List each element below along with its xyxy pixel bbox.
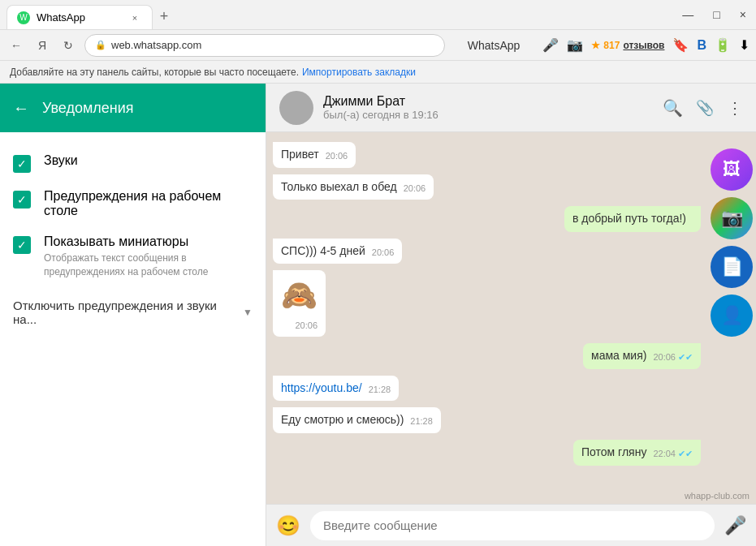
search-chat-button[interactable]: 🔍	[663, 98, 683, 118]
chat-header: Джимми Брат был(-а) сегодня в 19:16 🔍 📎 …	[266, 84, 756, 132]
message-time: 20:06	[295, 320, 318, 332]
message-bubble: СПС))) 4-5 дней 20:06	[273, 239, 402, 264]
emoji-text: 🙈	[281, 275, 318, 316]
thumbnails-checkbox[interactable]: ✓	[13, 236, 31, 254]
mic-button[interactable]: 🎤	[724, 515, 746, 536]
message-text: Потом гляну	[581, 445, 646, 458]
tab-area: W WhatsApp × +	[6, 0, 676, 29]
download-icon[interactable]: ⬇	[739, 37, 750, 53]
messages-area: 🖼 📷 📄 👤 Привет 20:06 Только выехал в обе…	[266, 132, 756, 504]
message-time: 20:06	[372, 247, 395, 259]
page-title: WhatsApp	[468, 39, 521, 52]
message-row: Привет 20:06	[273, 142, 750, 168]
message-time: 21:28	[369, 384, 391, 396]
message-time: 22:04 ✔✔	[653, 448, 693, 460]
sounds-text: Звуки	[44, 153, 78, 168]
message-time: 20:06 ✔✔	[653, 351, 693, 363]
tab-favicon: W	[17, 11, 30, 24]
message-row: https://youtu.be/ 21:28	[273, 376, 750, 402]
message-bubble: 🙈 20:06	[273, 270, 326, 337]
message-link[interactable]: https://youtu.be/	[281, 381, 362, 394]
settings-item-thumbnails: ✓ Показывать миниатюры Отображать текст …	[0, 226, 266, 287]
mute-text: Отключить предупреждения и звуки на...	[13, 299, 236, 326]
message-bubble: в добрый путь тогда!)	[564, 206, 701, 232]
watermark: whapp-club.com	[685, 491, 750, 501]
rating-area[interactable]: ★ 817 отзывов	[591, 40, 664, 51]
maximize-button[interactable]: □	[710, 8, 723, 21]
rating-label: отзывов	[623, 40, 664, 51]
thumbnails-label: Показывать миниатюры Отображать текст со…	[44, 234, 253, 279]
browser-titlebar: W WhatsApp × + — □ ×	[0, 0, 756, 30]
bookmarks-bar: Добавляйте на эту панель сайты, которые …	[0, 61, 756, 84]
message-row: Только выехал в обед 20:06	[273, 174, 750, 200]
chat-name: Джимми Брат	[323, 94, 653, 109]
message-row: 🙈 20:06	[273, 270, 750, 337]
message-bubble: Потом гляну 22:04 ✔✔	[573, 440, 701, 466]
new-tab-button[interactable]: +	[153, 5, 175, 28]
minimize-button[interactable]: —	[679, 8, 697, 21]
message-text: Только выехал в обед	[281, 180, 397, 193]
chat-info: Джимми Брат был(-а) сегодня в 19:16	[323, 94, 653, 121]
desktop-label: Предупреждения на рабочем столе	[44, 189, 253, 218]
message-text: мама мия)	[591, 349, 646, 362]
tick-icon: ✔✔	[678, 352, 693, 362]
yandex-button[interactable]: Я	[32, 36, 52, 55]
attach-button[interactable]: 📎	[696, 99, 714, 117]
messages-content: Привет 20:06 Только выехал в обед 20:06 …	[273, 142, 750, 469]
menu-button[interactable]: ⋮	[727, 98, 743, 118]
back-button[interactable]: ←	[6, 36, 26, 55]
mic-icon[interactable]: 🎤	[542, 37, 559, 53]
message-time: 20:06	[326, 150, 348, 162]
message-input-bar: 😊 🎤	[266, 504, 756, 546]
settings-list: ✓ Звуки ✓ Предупреждения на рабочем стол…	[0, 132, 266, 350]
window-controls: — □ ×	[679, 8, 750, 21]
message-bubble: Еду смотрю и смеюсь)) 21:28	[273, 407, 441, 433]
message-bubble: мама мия) 20:06 ✔✔	[583, 343, 701, 369]
url-text: web.whatsapp.com	[111, 39, 434, 51]
chat-actions: 🔍 📎 ⋮	[663, 98, 743, 118]
sounds-checkbox[interactable]: ✓	[13, 155, 31, 173]
message-bubble: Только выехал в обед 20:06	[273, 174, 434, 200]
emoji-button[interactable]: 😊	[276, 514, 300, 537]
message-row: Еду смотрю и смеюсь)) 21:28	[273, 407, 750, 433]
message-row: мама мия) 20:06 ✔✔	[273, 343, 750, 369]
mute-item[interactable]: Отключить предупреждения и звуки на... ▼	[0, 287, 266, 337]
notifications-header: ← Уведомления	[0, 84, 266, 132]
message-text: в добрый путь тогда!)	[572, 212, 686, 225]
message-time: 21:28	[410, 415, 433, 428]
desktop-checkbox[interactable]: ✓	[13, 191, 31, 209]
right-panel: Джимми Брат был(-а) сегодня в 19:16 🔍 📎 …	[266, 84, 756, 546]
thumbnails-text: Показывать миниатюры	[44, 234, 253, 249]
message-text: Еду смотрю и смеюсь))	[281, 413, 404, 426]
avatar	[279, 91, 313, 125]
tab-title: WhatsApp	[37, 11, 85, 24]
camera-icon[interactable]: 📷	[567, 37, 583, 53]
bookmark-icon[interactable]: 🔖	[672, 37, 689, 53]
message-row: в добрый путь тогда!)	[273, 206, 750, 232]
message-time: 20:06	[404, 183, 426, 195]
message-row: СПС))) 4-5 дней 20:06	[273, 239, 750, 264]
message-input[interactable]	[310, 511, 715, 540]
settings-item-sounds: ✓ Звуки	[0, 145, 266, 181]
address-bar: ← Я ↻ 🔒 web.whatsapp.com WhatsApp 🎤 📷 ★ …	[0, 30, 756, 61]
b-icon[interactable]: В	[697, 38, 706, 53]
message-bubble: https://youtu.be/ 21:28	[273, 376, 399, 402]
message-text: Привет	[281, 148, 319, 161]
tab-close-button[interactable]: ×	[127, 11, 142, 25]
star-icon: ★	[591, 40, 600, 51]
message-bubble: Привет 20:06	[273, 142, 356, 168]
back-arrow-icon[interactable]: ←	[13, 99, 29, 118]
thumbnails-sub: Отображать текст сообщения в предупрежде…	[44, 252, 253, 279]
app-container: ← Уведомления ✓ Звуки ✓ Предупреждения н…	[0, 84, 756, 546]
bookmarks-text: Добавляйте на эту панель сайты, которые …	[10, 67, 299, 78]
close-button[interactable]: ×	[737, 8, 750, 21]
chat-status: был(-а) сегодня в 19:16	[323, 109, 653, 121]
notifications-title: Уведомления	[42, 100, 134, 117]
lock-icon: 🔒	[95, 40, 106, 50]
active-tab[interactable]: W WhatsApp ×	[6, 5, 153, 29]
import-bookmarks-link[interactable]: Импортировать закладки	[302, 67, 416, 78]
desktop-text: Предупреждения на рабочем столе	[44, 189, 253, 218]
mute-arrow-icon: ▼	[243, 307, 253, 318]
address-input[interactable]: 🔒 web.whatsapp.com	[84, 34, 445, 57]
refresh-button[interactable]: ↻	[58, 36, 78, 55]
